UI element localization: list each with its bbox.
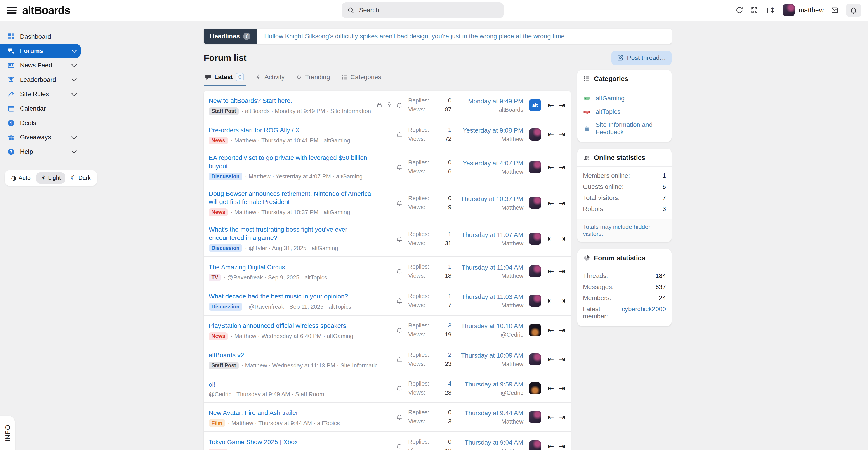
- last-post-date-link[interactable]: Monday at 9:49 PM: [458, 97, 523, 106]
- jump-to-last-icon[interactable]: ⇥: [559, 413, 565, 421]
- last-post-date-link[interactable]: Yesterday at 9:08 PM: [458, 126, 523, 135]
- thread-title-link[interactable]: What decade had the best music in your o…: [209, 292, 348, 301]
- tab-activity[interactable]: Activity: [255, 70, 285, 86]
- jump-to-first-icon[interactable]: ⇤: [548, 384, 554, 393]
- jump-to-first-icon[interactable]: ⇤: [548, 234, 554, 243]
- sidebar-item-help[interactable]: ? Help: [0, 145, 81, 159]
- bell-icon[interactable]: [396, 164, 403, 170]
- thread-title-link[interactable]: altBoards v2: [209, 351, 244, 360]
- jump-to-last-icon[interactable]: ⇥: [559, 296, 565, 305]
- jump-to-first-icon[interactable]: ⇤: [548, 326, 554, 334]
- last-poster-avatar[interactable]: [529, 411, 541, 423]
- bell-icon[interactable]: [396, 297, 403, 304]
- last-poster-avatar[interactable]: [529, 128, 541, 141]
- last-post-date-link[interactable]: Thursday at 9:59 AM: [458, 380, 523, 389]
- last-post-date-link[interactable]: Thursday at 11:04 AM: [458, 264, 523, 272]
- bell-icon[interactable]: [396, 102, 403, 108]
- jump-to-last-icon[interactable]: ⇥: [559, 162, 565, 172]
- bell-icon[interactable]: [396, 356, 403, 363]
- category-link-alttopics[interactable]: altTopics: [583, 108, 666, 116]
- thread-title-link[interactable]: What's the most frustrating boss fight y…: [209, 226, 377, 242]
- jump-to-last-icon[interactable]: ⇥: [559, 130, 565, 139]
- jump-to-last-icon[interactable]: ⇥: [559, 267, 565, 276]
- headline-link[interactable]: Hollow Knight Silksong's difficulty spik…: [256, 29, 572, 43]
- latest-member-link[interactable]: cyberchick2000: [622, 305, 666, 320]
- theme-option-light[interactable]: ☀ Light: [36, 172, 65, 184]
- sidebar-item-deals[interactable]: $ Deals: [0, 116, 81, 130]
- last-poster-avatar[interactable]: [529, 197, 541, 209]
- thread-title-link[interactable]: New Avatar: Fire and Ash trailer: [209, 409, 298, 417]
- info-tab[interactable]: INFO: [0, 416, 15, 450]
- bell-icon[interactable]: [396, 268, 403, 274]
- theme-option-dark[interactable]: ☾ Dark: [66, 172, 95, 184]
- theme-option-auto[interactable]: ◑ Auto: [6, 172, 35, 184]
- thread-title-link[interactable]: Tokyo Game Show 2025 | Xbox: [209, 438, 298, 446]
- tab-categories[interactable]: Categories: [341, 70, 381, 86]
- last-poster-avatar[interactable]: [529, 161, 541, 173]
- post-thread-button[interactable]: Post thread…: [612, 51, 671, 65]
- jump-to-last-icon[interactable]: ⇥: [559, 355, 565, 364]
- sidebar-item-site-rules[interactable]: Site Rules: [0, 87, 81, 101]
- tab-latest[interactable]: Latest 0: [205, 70, 244, 86]
- sidebar-item-giveaways[interactable]: Giveaways: [0, 130, 81, 145]
- thread-title-link[interactable]: EA reportedly set to go private with lev…: [209, 154, 377, 170]
- bell-icon[interactable]: [396, 235, 403, 242]
- sidebar-item-leaderboard[interactable]: Leaderboard: [0, 72, 81, 87]
- last-poster-avatar[interactable]: [529, 295, 541, 307]
- expand-icon[interactable]: [750, 6, 758, 14]
- last-post-date-link[interactable]: Thursday at 9:44 AM: [458, 409, 523, 417]
- thread-title-link[interactable]: Pre-orders start for ROG Ally / X.: [209, 126, 301, 134]
- text-size-icon[interactable]: T↕: [765, 6, 775, 14]
- thread-title-link[interactable]: The Amazing Digital Circus: [209, 263, 285, 272]
- sidebar-item-news-feed[interactable]: News Feed: [0, 58, 81, 72]
- jump-to-last-icon[interactable]: ⇥: [559, 234, 565, 243]
- tab-trending[interactable]: Trending: [296, 70, 330, 86]
- last-post-date-link[interactable]: Thursday at 11:07 AM: [458, 231, 523, 239]
- bell-icon[interactable]: [396, 131, 403, 138]
- last-poster-avatar[interactable]: alt: [529, 99, 541, 111]
- last-post-date-link[interactable]: Thursday at 10:09 AM: [458, 352, 523, 360]
- sidebar-item-calendar[interactable]: Calendar: [0, 101, 81, 116]
- jump-to-first-icon[interactable]: ⇤: [548, 130, 554, 139]
- category-link-site-information-and-feedback[interactable]: Site Information and Feedback: [583, 121, 666, 136]
- search-input[interactable]: [358, 6, 498, 14]
- username[interactable]: matthew: [799, 6, 824, 14]
- jump-to-first-icon[interactable]: ⇤: [548, 101, 554, 110]
- notifications-bell-icon[interactable]: [850, 6, 857, 14]
- jump-to-last-icon[interactable]: ⇥: [559, 101, 565, 110]
- last-post-date-link[interactable]: Yesterday at 4:07 PM: [458, 159, 523, 168]
- thread-title-link[interactable]: New to altBoards? Start here.: [209, 97, 292, 105]
- jump-to-last-icon[interactable]: ⇥: [559, 384, 565, 393]
- last-poster-avatar[interactable]: [529, 354, 541, 366]
- last-post-date-link[interactable]: Thursday at 10:10 AM: [458, 322, 523, 330]
- last-post-date-link[interactable]: Thursday at 9:04 AM: [458, 439, 523, 447]
- jump-to-last-icon[interactable]: ⇥: [559, 442, 565, 450]
- jump-to-first-icon[interactable]: ⇤: [548, 296, 554, 305]
- bell-icon[interactable]: [396, 327, 403, 333]
- jump-to-last-icon[interactable]: ⇥: [559, 199, 565, 207]
- app-logo[interactable]: altBoards: [22, 4, 70, 17]
- sidebar-item-forums[interactable]: Forums: [0, 43, 81, 58]
- bell-icon[interactable]: [396, 385, 403, 391]
- last-poster-avatar[interactable]: [529, 440, 541, 450]
- category-link-altgaming[interactable]: altGaming: [583, 94, 666, 102]
- bell-icon[interactable]: [396, 200, 403, 206]
- thread-title-link[interactable]: Doug Bowser announces retirement, Ninten…: [209, 190, 377, 206]
- jump-to-first-icon[interactable]: ⇤: [548, 442, 554, 450]
- bell-icon[interactable]: [396, 414, 403, 420]
- jump-to-last-icon[interactable]: ⇥: [559, 326, 565, 334]
- jump-to-first-icon[interactable]: ⇤: [548, 199, 554, 207]
- refresh-icon[interactable]: [736, 6, 743, 14]
- hamburger-menu-icon[interactable]: [6, 7, 17, 13]
- last-poster-avatar[interactable]: [529, 382, 541, 394]
- jump-to-first-icon[interactable]: ⇤: [548, 413, 554, 421]
- bell-icon[interactable]: [396, 443, 403, 450]
- jump-to-first-icon[interactable]: ⇤: [548, 267, 554, 276]
- jump-to-first-icon[interactable]: ⇤: [548, 355, 554, 364]
- last-poster-avatar[interactable]: [529, 324, 541, 336]
- mail-icon[interactable]: [831, 6, 839, 14]
- thread-title-link[interactable]: oi!: [209, 381, 215, 389]
- last-poster-avatar[interactable]: [529, 233, 541, 245]
- last-post-date-link[interactable]: Thursday at 11:03 AM: [458, 293, 523, 301]
- user-avatar[interactable]: [782, 4, 795, 16]
